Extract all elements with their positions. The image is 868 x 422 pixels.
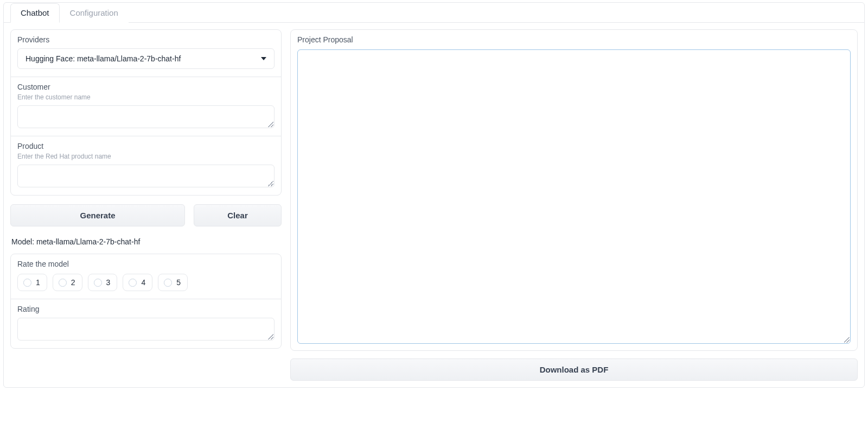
tab-bar: Chatbot Configuration	[4, 3, 864, 23]
providers-label: Providers	[17, 35, 275, 44]
chevron-down-icon	[261, 57, 266, 60]
product-input[interactable]	[17, 165, 275, 187]
tab-configuration[interactable]: Configuration	[60, 3, 129, 23]
generate-button[interactable]: Generate	[10, 204, 185, 226]
rate-option-label: 3	[106, 278, 111, 287]
customer-label: Customer	[17, 83, 275, 91]
app-container: Chatbot Configuration Providers Hugging …	[3, 2, 865, 388]
providers-dropdown[interactable]: Hugging Face: meta-llama/Llama-2-7b-chat…	[17, 48, 275, 69]
rate-option-1[interactable]: 1	[17, 274, 47, 291]
radio-icon	[59, 279, 67, 287]
rate-option-label: 1	[36, 278, 40, 287]
download-pdf-button[interactable]: Download as PDF	[290, 358, 858, 381]
radio-icon	[164, 279, 172, 287]
proposal-textarea[interactable]	[297, 49, 851, 344]
providers-selected: Hugging Face: meta-llama/Llama-2-7b-chat…	[25, 54, 181, 63]
input-panel: Providers Hugging Face: meta-llama/Llama…	[10, 29, 282, 196]
rating-panel: Rate the model 1 2 3	[10, 254, 282, 349]
rating-input[interactable]	[17, 318, 275, 341]
proposal-panel: Project Proposal	[290, 29, 858, 351]
tab-chatbot[interactable]: Chatbot	[10, 3, 60, 23]
rate-option-3[interactable]: 3	[88, 274, 118, 291]
rate-label: Rate the model	[17, 260, 275, 268]
model-line: Model: meta-llama/Llama-2-7b-chat-hf	[11, 237, 282, 246]
rate-option-5[interactable]: 5	[158, 274, 188, 291]
rating-label: Rating	[17, 305, 275, 313]
rate-option-label: 4	[141, 278, 145, 287]
rate-option-4[interactable]: 4	[123, 274, 152, 291]
radio-icon	[94, 279, 102, 287]
rate-option-label: 5	[176, 278, 181, 287]
clear-button[interactable]: Clear	[194, 204, 282, 226]
customer-help: Enter the customer name	[17, 93, 275, 101]
customer-input[interactable]	[17, 105, 275, 128]
product-help: Enter the Red Hat product name	[17, 153, 275, 160]
rate-option-label: 2	[71, 278, 75, 287]
proposal-label: Project Proposal	[297, 35, 851, 44]
product-label: Product	[17, 142, 275, 150]
radio-icon	[129, 279, 137, 287]
radio-icon	[23, 279, 31, 287]
rate-option-2[interactable]: 2	[53, 274, 82, 291]
